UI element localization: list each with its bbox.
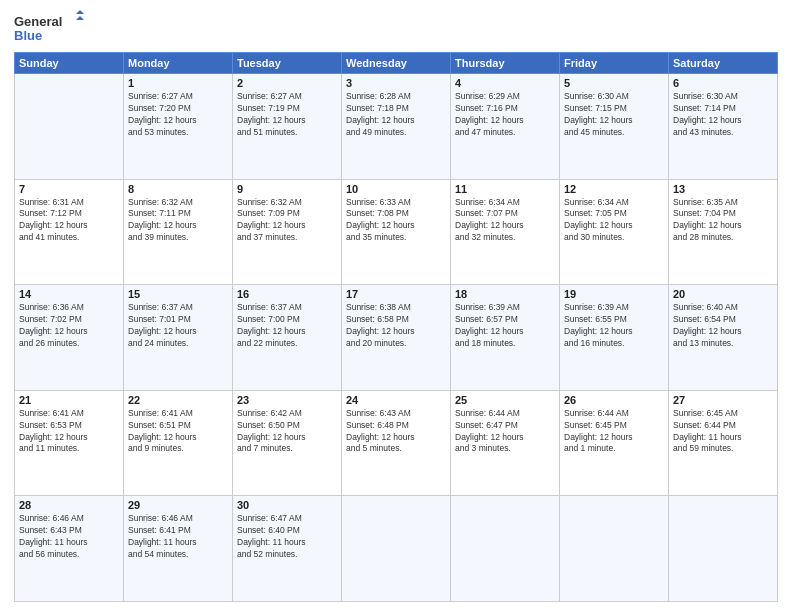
calendar-week-row: 1Sunrise: 6:27 AM Sunset: 7:20 PM Daylig…	[15, 74, 778, 180]
svg-marker-3	[76, 16, 84, 20]
day-info: Sunrise: 6:28 AM Sunset: 7:18 PM Dayligh…	[346, 91, 446, 139]
calendar-cell: 2Sunrise: 6:27 AM Sunset: 7:19 PM Daylig…	[233, 74, 342, 180]
calendar-table: SundayMondayTuesdayWednesdayThursdayFrid…	[14, 52, 778, 602]
day-number: 4	[455, 77, 555, 89]
day-number: 14	[19, 288, 119, 300]
day-number: 7	[19, 183, 119, 195]
weekday-header: Monday	[124, 53, 233, 74]
day-number: 25	[455, 394, 555, 406]
day-info: Sunrise: 6:29 AM Sunset: 7:16 PM Dayligh…	[455, 91, 555, 139]
calendar-cell: 17Sunrise: 6:38 AM Sunset: 6:58 PM Dayli…	[342, 285, 451, 391]
day-number: 10	[346, 183, 446, 195]
calendar-cell	[15, 74, 124, 180]
calendar-week-row: 28Sunrise: 6:46 AM Sunset: 6:43 PM Dayli…	[15, 496, 778, 602]
day-number: 18	[455, 288, 555, 300]
calendar-cell: 21Sunrise: 6:41 AM Sunset: 6:53 PM Dayli…	[15, 390, 124, 496]
calendar-cell: 11Sunrise: 6:34 AM Sunset: 7:07 PM Dayli…	[451, 179, 560, 285]
calendar-week-row: 14Sunrise: 6:36 AM Sunset: 7:02 PM Dayli…	[15, 285, 778, 391]
calendar-cell: 25Sunrise: 6:44 AM Sunset: 6:47 PM Dayli…	[451, 390, 560, 496]
day-info: Sunrise: 6:44 AM Sunset: 6:45 PM Dayligh…	[564, 408, 664, 456]
day-info: Sunrise: 6:30 AM Sunset: 7:14 PM Dayligh…	[673, 91, 773, 139]
day-info: Sunrise: 6:43 AM Sunset: 6:48 PM Dayligh…	[346, 408, 446, 456]
calendar-header-row: SundayMondayTuesdayWednesdayThursdayFrid…	[15, 53, 778, 74]
calendar-cell: 12Sunrise: 6:34 AM Sunset: 7:05 PM Dayli…	[560, 179, 669, 285]
svg-text:Blue: Blue	[14, 28, 42, 43]
day-info: Sunrise: 6:46 AM Sunset: 6:43 PM Dayligh…	[19, 513, 119, 561]
day-number: 8	[128, 183, 228, 195]
calendar-cell: 8Sunrise: 6:32 AM Sunset: 7:11 PM Daylig…	[124, 179, 233, 285]
logo: General Blue	[14, 10, 84, 46]
calendar-cell: 19Sunrise: 6:39 AM Sunset: 6:55 PM Dayli…	[560, 285, 669, 391]
day-info: Sunrise: 6:41 AM Sunset: 6:51 PM Dayligh…	[128, 408, 228, 456]
day-number: 2	[237, 77, 337, 89]
day-info: Sunrise: 6:33 AM Sunset: 7:08 PM Dayligh…	[346, 197, 446, 245]
day-info: Sunrise: 6:31 AM Sunset: 7:12 PM Dayligh…	[19, 197, 119, 245]
calendar-cell	[669, 496, 778, 602]
day-number: 1	[128, 77, 228, 89]
calendar-cell: 29Sunrise: 6:46 AM Sunset: 6:41 PM Dayli…	[124, 496, 233, 602]
calendar-cell: 16Sunrise: 6:37 AM Sunset: 7:00 PM Dayli…	[233, 285, 342, 391]
day-number: 13	[673, 183, 773, 195]
weekday-header: Sunday	[15, 53, 124, 74]
calendar-cell: 18Sunrise: 6:39 AM Sunset: 6:57 PM Dayli…	[451, 285, 560, 391]
day-info: Sunrise: 6:44 AM Sunset: 6:47 PM Dayligh…	[455, 408, 555, 456]
weekday-header: Thursday	[451, 53, 560, 74]
calendar-cell: 10Sunrise: 6:33 AM Sunset: 7:08 PM Dayli…	[342, 179, 451, 285]
day-info: Sunrise: 6:46 AM Sunset: 6:41 PM Dayligh…	[128, 513, 228, 561]
calendar-cell: 7Sunrise: 6:31 AM Sunset: 7:12 PM Daylig…	[15, 179, 124, 285]
day-info: Sunrise: 6:38 AM Sunset: 6:58 PM Dayligh…	[346, 302, 446, 350]
calendar-cell: 23Sunrise: 6:42 AM Sunset: 6:50 PM Dayli…	[233, 390, 342, 496]
calendar-cell	[342, 496, 451, 602]
day-number: 19	[564, 288, 664, 300]
weekday-header: Tuesday	[233, 53, 342, 74]
day-number: 11	[455, 183, 555, 195]
day-number: 12	[564, 183, 664, 195]
day-info: Sunrise: 6:45 AM Sunset: 6:44 PM Dayligh…	[673, 408, 773, 456]
day-number: 17	[346, 288, 446, 300]
day-info: Sunrise: 6:40 AM Sunset: 6:54 PM Dayligh…	[673, 302, 773, 350]
calendar-week-row: 21Sunrise: 6:41 AM Sunset: 6:53 PM Dayli…	[15, 390, 778, 496]
calendar-cell: 22Sunrise: 6:41 AM Sunset: 6:51 PM Dayli…	[124, 390, 233, 496]
calendar-cell: 4Sunrise: 6:29 AM Sunset: 7:16 PM Daylig…	[451, 74, 560, 180]
day-info: Sunrise: 6:32 AM Sunset: 7:09 PM Dayligh…	[237, 197, 337, 245]
day-number: 15	[128, 288, 228, 300]
calendar-cell: 27Sunrise: 6:45 AM Sunset: 6:44 PM Dayli…	[669, 390, 778, 496]
calendar-week-row: 7Sunrise: 6:31 AM Sunset: 7:12 PM Daylig…	[15, 179, 778, 285]
calendar-cell: 5Sunrise: 6:30 AM Sunset: 7:15 PM Daylig…	[560, 74, 669, 180]
day-info: Sunrise: 6:27 AM Sunset: 7:20 PM Dayligh…	[128, 91, 228, 139]
day-info: Sunrise: 6:34 AM Sunset: 7:07 PM Dayligh…	[455, 197, 555, 245]
calendar-cell: 13Sunrise: 6:35 AM Sunset: 7:04 PM Dayli…	[669, 179, 778, 285]
day-number: 26	[564, 394, 664, 406]
weekday-header: Saturday	[669, 53, 778, 74]
day-info: Sunrise: 6:37 AM Sunset: 7:00 PM Dayligh…	[237, 302, 337, 350]
calendar-cell	[451, 496, 560, 602]
day-info: Sunrise: 6:37 AM Sunset: 7:01 PM Dayligh…	[128, 302, 228, 350]
day-info: Sunrise: 6:47 AM Sunset: 6:40 PM Dayligh…	[237, 513, 337, 561]
day-number: 28	[19, 499, 119, 511]
day-number: 3	[346, 77, 446, 89]
calendar-cell: 26Sunrise: 6:44 AM Sunset: 6:45 PM Dayli…	[560, 390, 669, 496]
day-info: Sunrise: 6:32 AM Sunset: 7:11 PM Dayligh…	[128, 197, 228, 245]
calendar-cell: 14Sunrise: 6:36 AM Sunset: 7:02 PM Dayli…	[15, 285, 124, 391]
calendar-cell: 28Sunrise: 6:46 AM Sunset: 6:43 PM Dayli…	[15, 496, 124, 602]
svg-text:General: General	[14, 14, 62, 29]
calendar-cell: 20Sunrise: 6:40 AM Sunset: 6:54 PM Dayli…	[669, 285, 778, 391]
calendar-cell: 15Sunrise: 6:37 AM Sunset: 7:01 PM Dayli…	[124, 285, 233, 391]
day-number: 5	[564, 77, 664, 89]
day-info: Sunrise: 6:27 AM Sunset: 7:19 PM Dayligh…	[237, 91, 337, 139]
weekday-header: Friday	[560, 53, 669, 74]
day-number: 20	[673, 288, 773, 300]
day-info: Sunrise: 6:30 AM Sunset: 7:15 PM Dayligh…	[564, 91, 664, 139]
calendar-cell: 30Sunrise: 6:47 AM Sunset: 6:40 PM Dayli…	[233, 496, 342, 602]
calendar-cell: 9Sunrise: 6:32 AM Sunset: 7:09 PM Daylig…	[233, 179, 342, 285]
day-info: Sunrise: 6:41 AM Sunset: 6:53 PM Dayligh…	[19, 408, 119, 456]
calendar-cell: 6Sunrise: 6:30 AM Sunset: 7:14 PM Daylig…	[669, 74, 778, 180]
day-number: 27	[673, 394, 773, 406]
weekday-header: Wednesday	[342, 53, 451, 74]
day-number: 22	[128, 394, 228, 406]
day-number: 16	[237, 288, 337, 300]
day-info: Sunrise: 6:34 AM Sunset: 7:05 PM Dayligh…	[564, 197, 664, 245]
day-info: Sunrise: 6:35 AM Sunset: 7:04 PM Dayligh…	[673, 197, 773, 245]
day-number: 24	[346, 394, 446, 406]
logo-svg: General Blue	[14, 10, 84, 46]
